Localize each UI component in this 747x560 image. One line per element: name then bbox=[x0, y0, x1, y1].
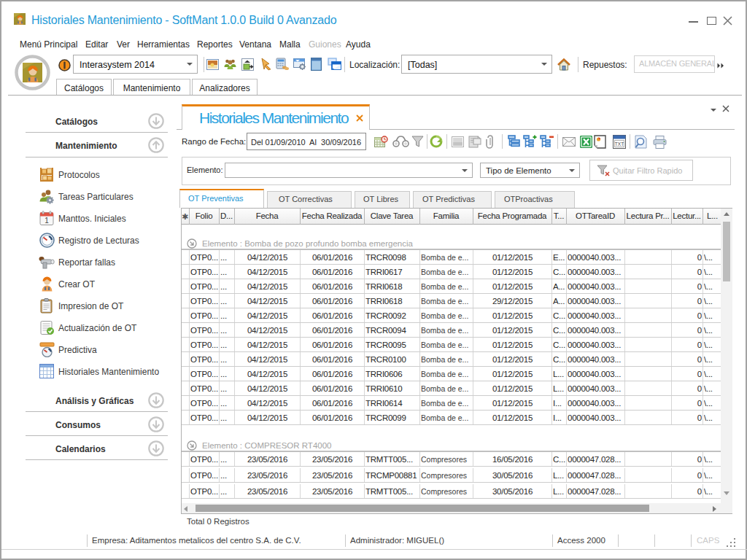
svg-text:1: 1 bbox=[44, 217, 49, 225]
svg-text:TXT: TXT bbox=[615, 141, 624, 147]
